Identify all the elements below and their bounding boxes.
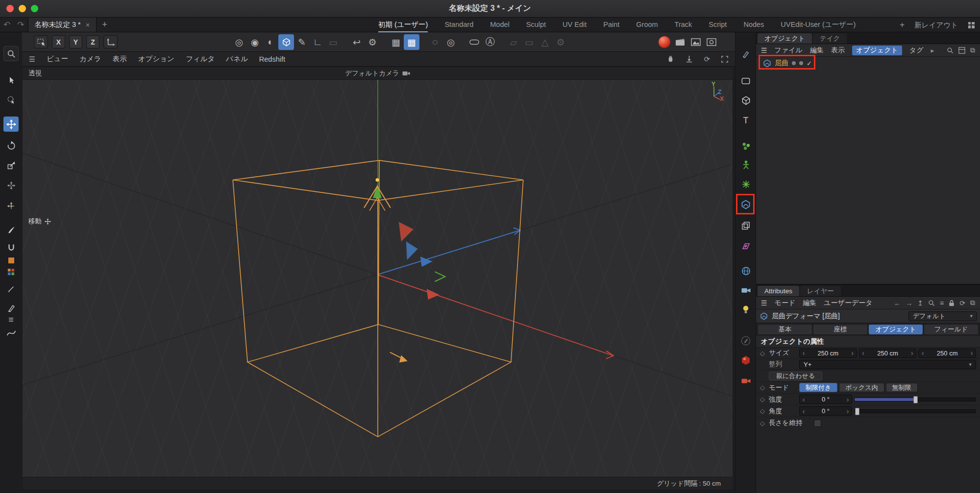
move-tool-icon[interactable] [3,117,19,132]
annotation-pen-icon[interactable] [738,333,753,348]
viewport-menu-icon[interactable]: ☰ [29,55,35,63]
camera-label-group[interactable]: デフォルトカメラ [23,69,733,78]
attr-search-icon[interactable] [928,300,935,306]
field-object-icon[interactable] [738,238,753,253]
render-current-view-icon[interactable] [688,34,704,50]
sync-icon[interactable]: ⟳ [959,299,965,307]
layout-tab-sculpt[interactable]: Sculpt [526,18,546,32]
layout-tab-standard[interactable]: Standard [444,18,473,32]
camera-label[interactable]: デフォルトカメラ [345,69,399,78]
attr-menu-mode[interactable]: モード [775,299,796,307]
strength-slider[interactable] [854,395,976,404]
layout-tab-paint[interactable]: Paint [603,18,619,32]
dolly-view-icon[interactable] [686,55,693,63]
om-menu-view[interactable]: 表示 [831,46,845,55]
tab-takes[interactable]: テイク [813,33,847,44]
angle-stepper[interactable]: ‹ 0 ° › [799,406,852,416]
selection-mode-icon[interactable] [34,35,48,48]
strength-value[interactable]: 0 ° [808,396,844,403]
layout-tab-uvedit[interactable]: UV Edit [563,18,587,32]
primitive-cube-icon[interactable] [738,93,753,108]
size-z-value[interactable]: 250 cm [927,350,968,357]
decrement-icon[interactable]: ‹ [859,349,867,357]
brush-tool-icon[interactable] [3,222,19,237]
om-menu-objects[interactable]: オブジェクト [852,46,902,55]
go-parent-icon[interactable]: ↥ [917,299,923,307]
redo-icon[interactable]: ↷ [14,20,27,30]
om-layout-1-icon[interactable] [958,47,965,54]
layout-tab-nodes[interactable]: Nodes [743,18,764,32]
tab-attributes[interactable]: Attributes [758,286,799,296]
undo-icon[interactable]: ↶ [0,20,14,30]
color-grid-icon[interactable] [3,264,19,280]
layout-tab-uvedit-user[interactable]: UVEdit-User (ユーザー) [781,18,856,32]
fullscreen-window-button[interactable] [31,5,38,12]
om-menu-more-icon[interactable]: ▸ [931,47,934,54]
key-diamond-icon[interactable]: ◇ [760,350,769,357]
key-diamond-icon[interactable]: ◇ [760,384,769,391]
axis-edit-mode-icon[interactable] [278,34,294,50]
menu-panel[interactable]: パネル [226,54,248,64]
menu-display[interactable]: 表示 [113,54,127,64]
layout-grid-icon[interactable] [968,22,975,29]
tab-objects[interactable]: オブジェクト [758,33,812,44]
om-menu-tags[interactable]: タグ [909,46,924,55]
spline-primitive-icon[interactable] [738,73,753,88]
render-visibility-dot[interactable] [799,61,803,65]
pivot-mode-icon[interactable]: ◎ [231,34,247,50]
capsule-icon[interactable] [466,34,482,50]
redshift-render-icon[interactable] [657,34,672,50]
minimize-window-button[interactable] [19,5,26,12]
object-properties-group-title[interactable]: オブジェクトの属性 [756,336,980,348]
mode-limited-button[interactable]: 制限付き [799,383,837,392]
add-layout-icon[interactable]: + [900,20,905,30]
close-window-button[interactable] [6,5,14,12]
attr-menu-userdata[interactable]: ユーザーデータ [824,299,872,307]
menu-options[interactable]: オプション [138,54,174,64]
layout-tab-groom[interactable]: Groom [636,18,658,32]
texture-mode-icon[interactable]: ▭ [325,34,341,50]
fit-to-parent-button[interactable]: 親に合わせる [769,372,822,380]
mode-unlimited-button[interactable]: 無制限 [886,383,918,392]
scale-tool-icon[interactable] [3,158,19,173]
snap-enabled-icon[interactable]: ▦ [404,34,419,50]
om-menu-file[interactable]: ファイル [775,46,803,55]
array-generator-icon[interactable] [738,139,753,153]
select-tool-icon[interactable] [3,72,19,88]
preset-dropdown[interactable]: デフォルト ▾ [908,311,977,321]
redshift-material-icon[interactable] [738,353,753,368]
auto-axis-icon[interactable]: Ⓐ [482,34,498,50]
document-tab[interactable]: 名称未設定 3 * × [28,18,97,32]
model-mode-icon[interactable]: ◐ [263,34,278,50]
simulation-object-icon[interactable] [738,177,753,191]
size-y-stepper[interactable]: ‹ 250 cm › [859,349,917,358]
size-x-stepper[interactable]: ‹ 250 cm › [799,349,857,358]
reset-psr-icon[interactable]: ↩ [349,34,365,50]
increment-icon[interactable]: › [844,396,852,403]
menu-camera[interactable]: カメラ [79,54,101,64]
layout-tab-script[interactable]: Script [709,18,727,32]
layout-tab-startup[interactable]: 初期 (ユーザー) [378,18,428,32]
attr-filter-icon[interactable]: ≡ [940,299,944,307]
redshift-camera-icon[interactable] [738,374,753,388]
om-search-icon[interactable] [947,47,954,54]
toggle-panel-layout-icon[interactable] [721,56,728,63]
tab-layers[interactable]: レイヤー [800,286,841,296]
spline-tool-icon[interactable] [3,325,19,340]
section-tab-field[interactable]: フィールド [924,325,978,334]
viewport-canvas[interactable]: Y Z X 移動 [23,80,733,477]
rotate-tool-icon[interactable] [3,138,19,153]
decrement-icon[interactable]: ‹ [800,396,808,403]
popout-icon[interactable]: ⧉ [970,299,975,307]
decrement-icon[interactable]: ‹ [800,349,808,357]
object-tree[interactable]: 屈曲 ✓ [756,57,980,284]
environment-globe-icon[interactable] [738,263,753,278]
object-enabled-check[interactable]: ✓ [807,60,812,67]
zoom-tool-icon[interactable] [3,46,19,61]
render-view-icon[interactable] [672,34,688,50]
new-layout-button[interactable]: 新レイアウト [914,21,958,30]
attr-menu-edit[interactable]: 編集 [803,299,816,307]
volume-builder-icon[interactable] [738,218,753,233]
scene-light-icon[interactable] [738,302,753,317]
strength-stepper[interactable]: ‹ 0 ° › [799,395,852,404]
